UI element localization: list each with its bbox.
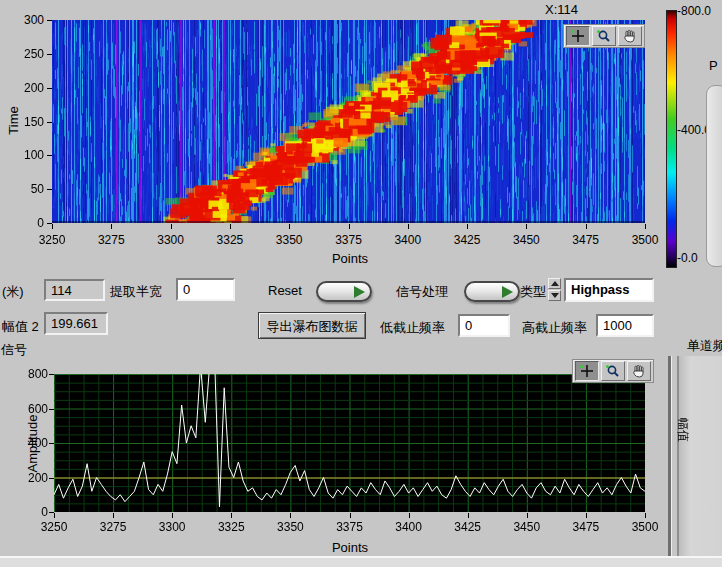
filter-type-spinner[interactable] [548,278,561,302]
reset-toggle-arrow-icon [354,286,365,298]
right-panel-vertical-axis-label: 幅值 [674,418,691,458]
tick-label: 3425 [447,233,487,247]
halfwidth-input[interactable]: 0 [176,278,235,301]
tick-mark [47,189,52,190]
single-channel-section-label: 单道频 [687,337,722,355]
spin-up-icon[interactable] [548,278,561,289]
tick-mark [113,513,114,518]
high-cutoff-label: 高截止频率 [522,319,587,337]
tick-mark [349,224,350,229]
crosshair-tool-icon[interactable] [566,26,590,46]
tick-label: 200 [10,471,48,485]
tick-label: 150 [6,115,44,129]
tick-label: 3450 [507,520,547,534]
tick-mark [49,409,54,410]
tick-mark [172,513,173,518]
tick-label: 250 [6,47,44,61]
tick-label: 50 [6,182,44,196]
signal-process-toggle-arrow-icon [502,286,513,298]
bottom-window-strip [0,556,722,567]
spin-down-icon[interactable] [548,290,561,301]
front-panel: X:114 Time Points [0,0,722,567]
tick-label: 3325 [210,233,250,247]
tick-label: 0 [10,505,48,519]
tick-mark [52,224,53,229]
zoom-tool-icon[interactable] [601,361,625,381]
tick-label: 3350 [269,233,309,247]
waterfall-graph-tools [563,24,645,48]
colorbar-tick-max: -800.0 [677,4,711,18]
tick-mark [47,88,52,89]
signal-section-label: 信号 [1,341,27,359]
tick-label: 3375 [329,233,369,247]
amp2-value-field[interactable]: 199.661 [44,312,108,335]
pan-tool-icon[interactable] [627,361,651,381]
tick-mark [54,513,55,518]
tick-mark [289,224,290,229]
tick-label: 3475 [566,233,606,247]
crosshair-tool-icon[interactable] [575,361,599,381]
clipped-right-label: P [709,58,718,73]
tick-mark [467,224,468,229]
tick-mark [527,513,528,518]
amp2-label: 幅值 2 [2,318,39,336]
vertical-divider [668,356,672,556]
tick-label: 3275 [93,520,133,534]
tick-mark [586,224,587,229]
filter-type-combo[interactable]: Highpass [564,278,654,302]
tick-mark [47,54,52,55]
tick-label: 3425 [448,520,488,534]
tick-label: 3500 [625,233,665,247]
tick-label: 3400 [388,233,428,247]
low-cutoff-input[interactable]: 0 [458,314,510,337]
waterfall-x-axis-label: Points [320,251,380,266]
signal-plot-area[interactable] [54,374,645,512]
tick-label: 3300 [151,233,191,247]
tick-label: 3250 [34,520,74,534]
tick-label: 400 [10,436,48,450]
tick-label: 3275 [91,233,131,247]
tick-label: 3325 [211,520,251,534]
tick-label: 100 [6,148,44,162]
tick-mark [230,224,231,229]
tick-mark [408,224,409,229]
tick-label: 300 [6,13,44,27]
tick-label: 600 [10,402,48,416]
tick-mark [49,478,54,479]
waterfall-plot-area[interactable] [52,20,645,223]
high-cutoff-input[interactable]: 1000 [596,314,654,337]
tick-mark [47,20,52,21]
intensity-colorbar [666,10,677,268]
tick-label: 3500 [625,520,665,534]
signal-graph-tools [572,359,654,383]
tick-mark [47,122,52,123]
right-vertical-slider[interactable] [706,85,722,267]
pan-tool-icon[interactable] [618,26,642,46]
tick-mark [586,513,587,518]
tick-mark [290,513,291,518]
cursor-readout: X:114 [545,2,578,17]
tick-mark [49,443,54,444]
export-waterfall-button[interactable]: 导出瀑布图数据 [258,312,366,339]
reset-toggle-button[interactable] [316,281,372,302]
tick-label: 3300 [152,520,192,534]
tick-mark [526,224,527,229]
low-cutoff-label: 低截止频率 [380,319,445,337]
tick-mark [171,224,172,229]
tick-label: 3450 [506,233,546,247]
zoom-tool-icon[interactable] [592,26,616,46]
halfwidth-label: 提取半宽 [110,283,162,301]
meter-value-field[interactable]: 114 [44,279,105,301]
colorbar-tick-min: -0.0 [677,251,698,265]
tick-label: 0 [6,216,44,230]
signal-process-toggle-button[interactable] [464,281,520,302]
tick-label: 3375 [330,520,370,534]
tick-mark [468,513,469,518]
tick-mark [645,513,646,518]
signal-process-label: 信号处理 [396,283,448,301]
tick-mark [49,374,54,375]
tick-label: 3250 [32,233,72,247]
signal-x-axis-label: Points [320,540,380,555]
filter-type-label: 类型 [520,283,546,301]
tick-label: 200 [6,81,44,95]
